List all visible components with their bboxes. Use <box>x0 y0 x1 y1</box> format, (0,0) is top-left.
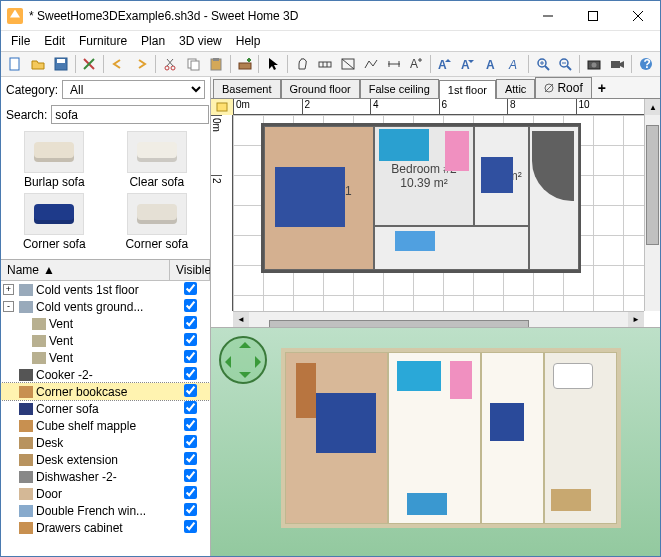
3d-nav-control[interactable] <box>219 336 267 384</box>
visible-checkbox[interactable] <box>184 282 197 295</box>
visible-checkbox[interactable] <box>184 299 197 312</box>
maximize-button[interactable] <box>570 1 615 31</box>
catalog-item[interactable]: Corner sofa <box>108 193 207 251</box>
menu-file[interactable]: File <box>5 33 36 49</box>
visible-checkbox[interactable] <box>184 486 197 499</box>
menu-3d-view[interactable]: 3D view <box>173 33 228 49</box>
italic-button[interactable]: A <box>503 53 525 75</box>
undo-button[interactable] <box>107 53 129 75</box>
visible-checkbox[interactable] <box>184 469 197 482</box>
furniture-row[interactable]: +Cold vents 1st floor <box>1 281 210 298</box>
visible-column-header[interactable]: Visible <box>170 260 210 280</box>
room-stairs[interactable] <box>529 126 579 270</box>
close-button[interactable] <box>615 1 660 31</box>
furniture-row[interactable]: Cooker -2- <box>1 366 210 383</box>
furniture-list[interactable]: +Cold vents 1st floor-Cold vents ground.… <box>1 281 210 556</box>
photo-button[interactable] <box>583 53 605 75</box>
room-3[interactable]: 6.22 m² <box>474 126 529 226</box>
plan-view[interactable]: 0m246810 0m2 Bedroom #1 11.87 m² Bedroom… <box>211 99 660 328</box>
open-button[interactable] <box>27 53 49 75</box>
furniture-row[interactable]: Double French win... <box>1 502 210 519</box>
furniture-row[interactable]: Drawers cabinet <box>1 519 210 536</box>
nav-right-icon[interactable] <box>255 356 267 368</box>
visible-checkbox[interactable] <box>184 503 197 516</box>
expand-toggle[interactable]: - <box>3 301 14 312</box>
visible-checkbox[interactable] <box>184 435 197 448</box>
bold-button[interactable]: A <box>480 53 502 75</box>
nav-up-icon[interactable] <box>239 336 251 348</box>
furniture-row[interactable]: Corner bookcase <box>1 383 210 400</box>
catalog-item[interactable]: Burlap sofa <box>5 131 104 189</box>
visible-checkbox[interactable] <box>184 384 197 397</box>
plan-scrollbar-v[interactable]: ▲ <box>644 99 660 311</box>
preferences-button[interactable] <box>79 53 101 75</box>
furniture-row[interactable]: Vent <box>1 315 210 332</box>
furniture-row[interactable]: Cube shelf mapple <box>1 417 210 434</box>
level-tab[interactable]: Attic <box>496 79 535 98</box>
visible-checkbox[interactable] <box>184 452 197 465</box>
furniture-row[interactable]: Desk <box>1 434 210 451</box>
furniture-row[interactable]: Vent <box>1 349 210 366</box>
visible-checkbox[interactable] <box>184 333 197 346</box>
zoom-out-button[interactable] <box>555 53 577 75</box>
wall-tool[interactable] <box>314 53 336 75</box>
visible-checkbox[interactable] <box>184 367 197 380</box>
increase-text-button[interactable]: A <box>434 53 456 75</box>
furniture-row[interactable]: Desk extension <box>1 451 210 468</box>
text-tool[interactable]: A <box>406 53 428 75</box>
catalog-item[interactable]: Corner sofa <box>5 193 104 251</box>
scroll-left-icon[interactable]: ◄ <box>233 312 249 328</box>
nav-down-icon[interactable] <box>239 372 251 384</box>
nav-left-icon[interactable] <box>219 356 231 368</box>
3d-view[interactable] <box>211 328 660 556</box>
visible-checkbox[interactable] <box>184 316 197 329</box>
furniture-row[interactable]: Vent <box>1 332 210 349</box>
cut-button[interactable] <box>159 53 181 75</box>
zoom-in-button[interactable] <box>532 53 554 75</box>
plan-scrollbar-h[interactable]: ◄ ► <box>233 311 644 327</box>
menu-help[interactable]: Help <box>230 33 267 49</box>
polyline-tool[interactable] <box>360 53 382 75</box>
help-button[interactable]: ? <box>635 53 657 75</box>
furniture-row[interactable]: Door <box>1 485 210 502</box>
save-button[interactable] <box>50 53 72 75</box>
select-tool[interactable] <box>262 53 284 75</box>
visible-checkbox[interactable] <box>184 520 197 533</box>
level-tab[interactable]: Ground floor <box>281 79 360 98</box>
level-tab[interactable]: 1st floor <box>439 80 496 99</box>
pan-tool[interactable] <box>291 53 313 75</box>
decrease-text-button[interactable]: A <box>457 53 479 75</box>
redo-button[interactable] <box>130 53 152 75</box>
copy-button[interactable] <box>182 53 204 75</box>
new-button[interactable] <box>4 53 26 75</box>
room-bedroom2[interactable]: Bedroom #2 10.39 m² <box>374 126 474 226</box>
visible-checkbox[interactable] <box>184 418 197 431</box>
furniture-row[interactable]: Corner sofa <box>1 400 210 417</box>
catalog-item[interactable]: Clear sofa <box>108 131 207 189</box>
visible-checkbox[interactable] <box>184 350 197 363</box>
furniture-row[interactable]: -Cold vents ground... <box>1 298 210 315</box>
visible-checkbox[interactable] <box>184 401 197 414</box>
level-tab-roof[interactable]: Roof <box>535 77 591 98</box>
paste-button[interactable] <box>205 53 227 75</box>
furniture-row[interactable]: Dishwasher -2- <box>1 468 210 485</box>
category-select[interactable]: All <box>62 80 205 99</box>
minimize-button[interactable] <box>525 1 570 31</box>
menu-edit[interactable]: Edit <box>38 33 71 49</box>
video-button[interactable] <box>606 53 628 75</box>
level-tab[interactable]: Basement <box>213 79 281 98</box>
menu-plan[interactable]: Plan <box>135 33 171 49</box>
room-bedroom1[interactable]: Bedroom #1 11.87 m² <box>264 126 374 270</box>
room-hall[interactable] <box>374 226 529 270</box>
scroll-right-icon[interactable]: ► <box>628 312 644 328</box>
menu-furniture[interactable]: Furniture <box>73 33 133 49</box>
dimension-tool[interactable] <box>383 53 405 75</box>
scroll-up-icon[interactable]: ▲ <box>645 99 660 115</box>
add-level-button[interactable]: + <box>592 78 612 98</box>
search-input[interactable] <box>51 105 209 124</box>
add-furniture-button[interactable] <box>234 53 256 75</box>
room-tool[interactable] <box>337 53 359 75</box>
expand-toggle[interactable]: + <box>3 284 14 295</box>
level-tab[interactable]: False ceiling <box>360 79 439 98</box>
name-column-header[interactable]: Name ▲ <box>1 260 170 280</box>
